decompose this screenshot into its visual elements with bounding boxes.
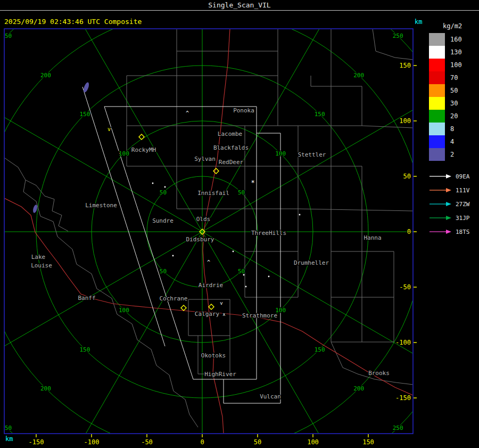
city-label: RockyMH <box>131 146 156 153</box>
legend-value: 30 <box>450 100 458 107</box>
county-boundary <box>362 126 413 128</box>
bottom-axis-label: -150 <box>29 438 44 446</box>
radar-map-canvas[interactable]: 5050505010010010010015015015015020020020… <box>0 0 479 448</box>
legend-value: 20 <box>450 112 458 120</box>
radar-id-label: 18TS <box>456 229 470 235</box>
legend-value: 2 <box>450 151 454 158</box>
bottom-axis-label: 50 <box>254 438 261 446</box>
right-axis-label: 100 <box>399 117 411 125</box>
legend-swatch <box>429 123 445 135</box>
legend-swatch <box>429 33 445 46</box>
radar-site-marker <box>209 304 214 309</box>
legend-value: 50 <box>450 87 458 94</box>
cell-dot-marker <box>164 186 166 188</box>
county-boundary <box>298 209 413 211</box>
legend-value: 70 <box>450 74 458 82</box>
right-axis-label: -100 <box>395 339 411 346</box>
radar-id-label: 09EA <box>456 173 470 180</box>
ring-distance-label: 100 <box>119 150 129 157</box>
ring-distance-label: 100 <box>119 307 129 314</box>
city-label: Vulcan <box>260 393 281 400</box>
radar-id-label: 111V <box>456 187 470 194</box>
radar-id-row: 18TS <box>429 225 478 239</box>
legend-row: 20 <box>429 110 478 123</box>
county-boundary <box>362 251 394 297</box>
ring-distance-label: 150 <box>315 111 325 118</box>
legend-row: 2 <box>429 148 478 161</box>
cell-dot-marker <box>245 286 247 288</box>
city-label: Okotoks <box>201 352 226 359</box>
range-spoke <box>202 232 479 448</box>
city-label: Didsbury <box>186 236 214 243</box>
legend-entries: 16013010070503020842 <box>429 33 478 161</box>
legend-value: 100 <box>450 61 462 69</box>
county-boundary <box>362 209 394 251</box>
radar-arrow-icon <box>429 187 452 193</box>
county-boundary <box>127 76 177 126</box>
cell-dot-marker <box>152 183 154 184</box>
radar-app-screen: { "window": { "title": "Single_Scan_VIL"… <box>0 0 479 448</box>
legend-swatch <box>429 148 445 161</box>
city-label: Lacombe <box>218 131 242 137</box>
city-label: Blackfalds <box>213 144 249 151</box>
legend-swatch <box>429 59 445 71</box>
county-boundary <box>127 126 177 166</box>
city-label: Strathmore <box>242 312 277 319</box>
ring-distance-label: 150 <box>79 111 90 118</box>
legend-swatch <box>429 84 445 97</box>
city-label: Ponoka <box>233 107 254 114</box>
legend-swatch <box>429 110 445 123</box>
city-label: Hanna <box>364 234 381 241</box>
highway-line <box>211 312 413 395</box>
county-boundary <box>331 86 362 126</box>
ring-distance-label: 200 <box>40 385 51 392</box>
radar-id-row: 31JP <box>429 211 478 225</box>
legend-value: 160 <box>450 36 462 43</box>
echo-blob <box>82 82 90 93</box>
yellow-v-marker: v <box>108 126 111 132</box>
ring-distance-label: 250 <box>1 425 12 431</box>
ring-distance-label: 200 <box>353 72 364 79</box>
cell-asterisk-marker: * <box>251 179 254 186</box>
legend-swatch <box>429 97 445 110</box>
legend-value: 8 <box>450 125 454 133</box>
bottom-axis-label: 150 <box>362 438 374 446</box>
ring-distance-label: 250 <box>393 425 403 431</box>
county-boundary <box>331 342 413 385</box>
city-label: Drumheller <box>294 259 329 266</box>
city-label: HighRiver <box>204 371 236 378</box>
ring-distance-label: 50 <box>160 268 167 275</box>
city-label: Stettler <box>298 151 326 158</box>
cell-caret-up-marker: ^ <box>186 110 189 116</box>
range-spoke <box>0 232 202 448</box>
cell-dot-marker <box>233 251 234 252</box>
city-label: ThreeHills <box>251 230 286 237</box>
radar-site-marker <box>213 168 219 174</box>
county-boundary <box>331 297 362 342</box>
radar-arrow-icon <box>429 215 452 221</box>
legend-value: 4 <box>450 138 454 145</box>
city-label: Louise <box>31 262 52 269</box>
county-boundary <box>4 158 198 427</box>
right-axis-label: -150 <box>395 394 411 402</box>
legend-row: 100 <box>429 59 478 71</box>
legend-row: 130 <box>429 46 478 59</box>
right-axis-label: 50 <box>403 173 411 180</box>
legend-swatch <box>429 46 445 59</box>
city-label: Lake <box>31 254 46 260</box>
radar-id-legend: 09EA111V27ZW31JP18TS <box>429 169 478 239</box>
vil-color-legend: kg/m2 16013010070503020842 09EA111V27ZW3… <box>429 22 478 239</box>
city-label: Brooks <box>368 370 390 377</box>
cell-caret-down-marker: v <box>220 300 222 306</box>
radar-arrow-icon <box>429 173 452 180</box>
city-label: Sylvan <box>194 156 216 162</box>
city-label: Banff <box>78 295 95 302</box>
right-axis-label: 0 <box>407 228 411 235</box>
bottom-axis-label: -50 <box>141 438 153 446</box>
radar-id-label: 31JP <box>456 215 470 222</box>
ring-distance-label: 50 <box>160 189 167 196</box>
ring-distance-label: 150 <box>79 346 90 353</box>
legend-row: 160 <box>429 33 478 46</box>
city-label: Innisfail <box>197 190 229 197</box>
ring-distance-label: 50 <box>238 189 245 196</box>
